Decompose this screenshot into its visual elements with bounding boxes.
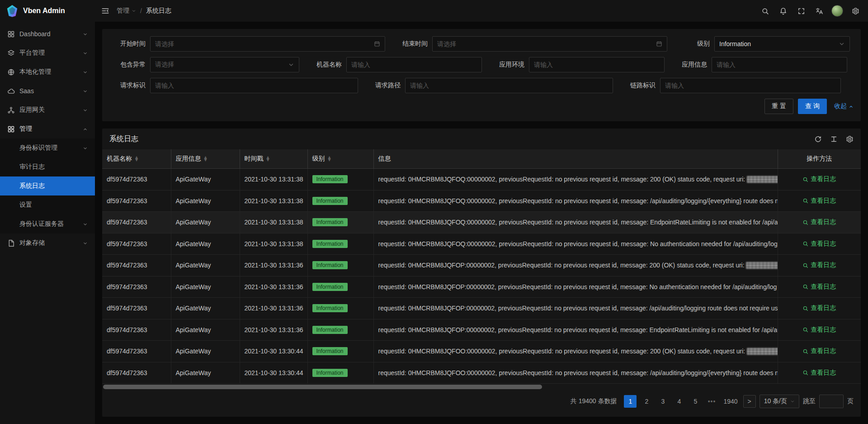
table-row[interactable]: df5974d72363ApiGateWay2021-10-30 13:31:3… — [102, 169, 861, 191]
filter-machine-name-input[interactable] — [346, 57, 482, 72]
column-header-2[interactable]: 时间戳▲▼ — [240, 149, 307, 169]
reset-button[interactable]: 重 置 — [764, 99, 793, 114]
sidebar-item-settings[interactable]: 设置 — [0, 195, 95, 214]
filter-app-env-input[interactable] — [534, 61, 660, 68]
horizontal-scrollbar-thumb[interactable] — [103, 385, 542, 389]
sort-carets-icon[interactable]: ▲▼ — [328, 156, 331, 162]
sort-carets-icon[interactable]: ▲▼ — [204, 156, 207, 162]
fullscreen-icon[interactable] — [792, 0, 810, 22]
column-header-3[interactable]: 级别▲▼ — [307, 149, 373, 169]
filter-form: 开始时间结束时间级别Information包含异常请选择机器名称应用环境应用信息… — [109, 36, 854, 93]
filter-trace-id-input[interactable] — [665, 82, 836, 89]
sidebar-item-auth-server[interactable]: 身份认证服务器 — [0, 214, 95, 233]
column-settings-icon[interactable] — [846, 135, 854, 143]
menu-fold-icon[interactable] — [101, 7, 109, 15]
chevron-down-icon — [288, 62, 294, 68]
sidebar-item-identity-management[interactable]: 身份标识管理 — [0, 138, 95, 157]
pagination-page-1940[interactable]: 1940 — [722, 395, 739, 408]
view-log-button[interactable]: 查看日志 — [802, 261, 836, 269]
horizontal-scrollbar[interactable] — [103, 385, 860, 390]
filter-start-time-date[interactable] — [150, 36, 385, 52]
cell-app-info: ApiGateWay — [171, 169, 240, 191]
sort-carets-icon[interactable]: ▲▼ — [135, 156, 138, 162]
pagination-page-5[interactable]: 5 — [689, 395, 702, 408]
pagination-page-4[interactable]: 4 — [673, 395, 685, 408]
view-log-button[interactable]: 查看日志 — [802, 175, 836, 183]
filter-app-env-input[interactable] — [529, 57, 665, 72]
filter-machine-name-input[interactable] — [351, 61, 477, 68]
panel-head: 系统日志 — [102, 129, 861, 149]
settings-gear-icon[interactable] — [846, 0, 864, 22]
sidebar-item-label: 应用网关 — [19, 106, 78, 114]
breadcrumb-section[interactable]: 管理 — [117, 7, 136, 15]
filter-app-info-input[interactable] — [712, 57, 847, 72]
pagination-page-2[interactable]: 2 — [640, 395, 653, 408]
table-row[interactable]: df5974d72363ApiGateWay2021-10-30 13:30:4… — [102, 362, 861, 384]
sidebar-item-label: 管理 — [19, 125, 78, 133]
view-log-button[interactable]: 查看日志 — [802, 347, 836, 355]
notification-bell-icon[interactable] — [774, 0, 792, 22]
page-size-select[interactable]: 10 条/页 — [760, 395, 799, 408]
view-log-button[interactable]: 查看日志 — [802, 326, 836, 334]
view-log-button[interactable]: 查看日志 — [802, 283, 836, 291]
cell-message: requestId: 0HMCRBM8JQFOP:00000002, previ… — [373, 298, 778, 319]
translate-icon[interactable] — [810, 0, 828, 22]
table-row[interactable]: df5974d72363ApiGateWay2021-10-30 13:31:3… — [102, 298, 861, 319]
collapse-button[interactable]: 收起 — [834, 102, 854, 110]
refresh-icon[interactable] — [814, 135, 822, 143]
sidebar-item-saas[interactable]: Saas — [0, 81, 95, 100]
filter-start-time-input[interactable] — [155, 40, 370, 48]
column-header-0[interactable]: 机器名称▲▼ — [102, 149, 171, 169]
filter-trace-id-input[interactable] — [660, 78, 841, 93]
sidebar-item-audit-logs[interactable]: 审计日志 — [0, 157, 95, 176]
table-row[interactable]: df5974d72363ApiGateWay2021-10-30 13:31:3… — [102, 276, 861, 298]
filter-request-path-input[interactable] — [405, 78, 613, 93]
sidebar-item-localization[interactable]: 本地化管理 — [0, 62, 95, 81]
sidebar-item-manage[interactable]: 管理 — [0, 119, 95, 138]
jump-to-input[interactable] — [819, 395, 844, 408]
filter-request-id-input[interactable] — [150, 78, 358, 93]
filter-label-has-exception: 包含异常 — [109, 61, 146, 69]
cell-message: requestId: 0HMCRBM8JQFOQ:00000002, previ… — [373, 212, 778, 233]
table-row[interactable]: df5974d72363ApiGateWay2021-10-30 13:31:3… — [102, 190, 861, 212]
chevron-down-icon — [83, 70, 88, 75]
table-row[interactable]: df5974d72363ApiGateWay2021-10-30 13:31:3… — [102, 255, 861, 276]
sidebar-item-system-logs[interactable]: 系统日志 — [0, 176, 95, 195]
search-icon[interactable] — [756, 0, 774, 22]
filter-has-exception-select[interactable]: 请选择 — [150, 57, 299, 72]
view-log-button[interactable]: 查看日志 — [802, 218, 836, 226]
table-row[interactable]: df5974d72363ApiGateWay2021-10-30 13:31:3… — [102, 319, 861, 341]
sidebar-item-gateway[interactable]: 应用网关 — [0, 100, 95, 119]
filter-request-id-input[interactable] — [155, 82, 353, 89]
view-log-button[interactable]: 查看日志 — [802, 197, 836, 205]
pagination-page-3[interactable]: 3 — [656, 395, 669, 408]
user-avatar[interactable] — [828, 0, 846, 22]
column-header-1[interactable]: 应用信息▲▼ — [171, 149, 240, 169]
view-log-button[interactable]: 查看日志 — [802, 369, 836, 377]
sidebar-item-dashboard[interactable]: Dashboard — [0, 24, 95, 43]
filter-level-select[interactable]: Information — [714, 36, 850, 52]
filter-end-time-input[interactable] — [437, 40, 652, 48]
magnifier-icon — [802, 241, 808, 247]
view-log-button[interactable]: 查看日志 — [802, 240, 836, 248]
sidebar-item-platform[interactable]: 平台管理 — [0, 43, 95, 62]
collapse-label: 收起 — [834, 102, 847, 110]
table-row[interactable]: df5974d72363ApiGateWay2021-10-30 13:31:3… — [102, 233, 861, 255]
sort-carets-icon[interactable]: ▲▼ — [267, 156, 269, 162]
dashboard-icon — [7, 30, 15, 38]
table-row[interactable]: df5974d72363ApiGateWay2021-10-30 13:31:3… — [102, 212, 861, 233]
query-button[interactable]: 查 询 — [798, 99, 827, 114]
pagination-page-1[interactable]: 1 — [624, 395, 637, 408]
filter-app-info-input[interactable] — [717, 61, 842, 68]
chevron-down-icon — [83, 108, 88, 113]
filter-request-path-input[interactable] — [410, 82, 608, 89]
page-unit-label: 页 — [847, 397, 854, 405]
view-log-button[interactable]: 查看日志 — [802, 304, 836, 312]
table-row[interactable]: df5974d72363ApiGateWay2021-10-30 13:30:4… — [102, 341, 861, 362]
breadcrumb-separator: / — [140, 7, 142, 14]
logo[interactable]: Vben Admin — [0, 0, 95, 22]
sidebar-item-object-storage[interactable]: 对象存储 — [0, 233, 95, 252]
pagination-next-button[interactable]: > — [743, 395, 756, 408]
filter-end-time-date[interactable] — [432, 36, 667, 52]
row-height-icon[interactable] — [830, 135, 838, 143]
